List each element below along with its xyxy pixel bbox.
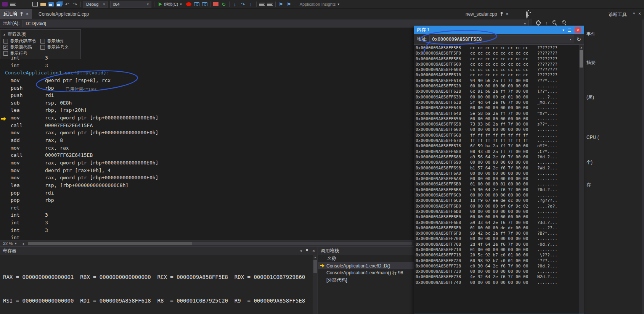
scroll-left-icon[interactable]: ◂ bbox=[20, 242, 26, 246]
step-into-icon[interactable]: ↓ bbox=[232, 1, 238, 8]
open-folder-icon[interactable] bbox=[40, 3, 46, 6]
view-option-checkbox[interactable]: 显示代码字节 bbox=[3, 38, 40, 44]
export-icon[interactable]: ↑ bbox=[545, 20, 548, 25]
memory-row[interactable]: 0x0000009A858FF6D0 00 00 00 00 bf 6f 9c … bbox=[416, 204, 578, 209]
memory-grid[interactable]: 0x0000009A858FF5E8 cc cc cc cc cc cc cc … bbox=[416, 45, 578, 314]
memory-row[interactable]: 0x0000009A858FF6F0 01 00 00 00 de dc 00 … bbox=[416, 225, 578, 231]
gallery-icon[interactable] bbox=[202, 2, 207, 6]
disassembly-line[interactable]: int 3 bbox=[0, 54, 414, 62]
memory-row[interactable]: 0x0000009A858FF600 cc cc cc cc cc cc cc … bbox=[416, 62, 578, 67]
disassembly-line[interactable]: int 3 bbox=[0, 62, 414, 69]
disassembly-line[interactable]: int bbox=[0, 234, 414, 240]
tab-disassembly[interactable]: 反汇编 × bbox=[0, 9, 32, 19]
registers-content[interactable]: RAX = 0000000000000001 RBX = 00000000000… bbox=[0, 255, 318, 314]
memory-row[interactable]: 0x0000009A858FF730 00 00 00 00 00 00 00 … bbox=[416, 269, 578, 274]
view-option-checkbox[interactable]: 显示符号名 bbox=[40, 44, 77, 50]
memory-row[interactable]: 0x0000009A858FF610 cc cc cc cc cc cc cc … bbox=[416, 72, 578, 78]
disassembly-editor[interactable]: ▴ 查看选项 显示代码字节 显示地址 bbox=[0, 28, 414, 240]
checkbox-box[interactable] bbox=[40, 39, 45, 43]
close-icon[interactable]: × bbox=[312, 249, 315, 253]
tab-new-scalar-cpp[interactable]: new_scalar.cpp × bbox=[462, 9, 512, 19]
memory-row[interactable]: 0x0000009A858FF668 ff ff ff ff ff ff ff … bbox=[416, 133, 578, 138]
close-icon[interactable]: × bbox=[26, 12, 29, 16]
disassembly-line[interactable]: pop rbp bbox=[0, 196, 414, 204]
memory-row[interactable]: 0x0000009A858FF670 ff ff ff ff ff ff ff … bbox=[416, 138, 578, 143]
registers-scrollbar[interactable]: ▴ bbox=[313, 255, 318, 314]
disassembly-line[interactable]: push rdi bbox=[0, 92, 414, 99]
disassembly-line[interactable]: ConsoleApplication1.exe!D::D(void): bbox=[0, 69, 414, 77]
pin-icon[interactable] bbox=[305, 249, 309, 253]
disassembly-line[interactable]: mov dword ptr [rax+10h], 4 bbox=[0, 167, 414, 174]
disassembly-line[interactable]: mov rcx, qword ptr [rbp+00000000000000E0… bbox=[0, 114, 414, 122]
callstack-frame[interactable]: ConsoleApplication1.exe!D::D() bbox=[318, 262, 414, 269]
disassembly-line[interactable]: add rax, 8 bbox=[0, 137, 414, 144]
memory-row[interactable]: 0x0000009A858FF688 a9 56 64 2e f6 7f 00 … bbox=[416, 155, 578, 160]
settings-gear-icon[interactable] bbox=[536, 21, 541, 25]
registers-titlebar[interactable]: 寄存器 ▾ × bbox=[0, 247, 318, 255]
close-icon[interactable]: × bbox=[506, 12, 509, 16]
step-out-icon[interactable]: ↑ bbox=[248, 1, 254, 8]
redo-icon[interactable]: ↷ bbox=[72, 1, 78, 8]
memory-row[interactable]: 0x0000009A858FF630 00 00 00 00 c0 01 00 … bbox=[416, 95, 578, 100]
memory-row[interactable]: 0x0000009A858FF710 01 00 00 00 00 00 00 … bbox=[416, 247, 578, 253]
maximize-icon[interactable] bbox=[568, 29, 571, 32]
scrollbar-thumb[interactable] bbox=[313, 260, 317, 273]
disassembly-line[interactable]: mov qword ptr [rsp+8], rcx bbox=[0, 77, 414, 84]
memory-row[interactable]: 0x0000009A858FF660 00 00 00 00 00 00 00 … bbox=[416, 127, 578, 132]
disassembly-line[interactable]: call 00007FF62E6415FA bbox=[0, 122, 414, 129]
memory-row[interactable]: 0x0000009A858FF620 00 00 00 00 00 00 00 … bbox=[416, 84, 578, 89]
checkbox-box[interactable] bbox=[40, 45, 45, 50]
memory-row[interactable]: 0x0000009A858FF6B8 c9 30 64 2e f6 7f 00 … bbox=[416, 187, 578, 193]
restart-button[interactable]: ↻ bbox=[221, 1, 226, 8]
application-insights-dropdown[interactable]: Application Insights ▾ bbox=[300, 2, 339, 6]
editor-group-gear-icon[interactable] bbox=[526, 11, 528, 19]
callstack-column-header[interactable]: 名称 bbox=[318, 255, 414, 262]
new-file-icon[interactable] bbox=[32, 2, 38, 6]
memory-row[interactable]: 0x0000009A858FF640 00 00 00 00 00 00 00 … bbox=[416, 105, 578, 111]
outline-icon[interactable] bbox=[267, 3, 273, 6]
memory-row[interactable]: 0x0000009A858FF6E8 a9 33 64 2e f6 7f 00 … bbox=[416, 220, 578, 225]
view-option-checkbox[interactable]: 显示源代码 bbox=[3, 44, 40, 50]
disassembly-line[interactable]: pop rdi bbox=[0, 189, 414, 197]
memory-row[interactable]: 0x0000009A858FF678 6f 59 ba 2a ff 7f 00 … bbox=[416, 143, 578, 149]
memory-row[interactable]: 0x0000009A858FF658 73 93 b6 2a ff 7f 00 … bbox=[416, 122, 578, 127]
memory-row[interactable]: 0x0000009A858FF6A0 00 00 00 00 00 00 00 … bbox=[416, 171, 578, 176]
memory-row[interactable]: 0x0000009A858FF6D8 00 00 00 00 00 00 00 … bbox=[416, 209, 578, 214]
memory-row[interactable]: 0x0000009A858FF628 6c 91 b6 2a ff 7f 00 … bbox=[416, 89, 578, 94]
disassembly-line[interactable]: push rbp bbox=[0, 84, 414, 92]
breakpoint-icon[interactable] bbox=[186, 2, 191, 6]
screenshot-icon[interactable] bbox=[194, 2, 199, 6]
disassembly-line[interactable]: mov rcx, rax bbox=[0, 144, 414, 152]
memory-row[interactable]: 0x0000009A858FF6B0 01 00 00 00 01 00 00 … bbox=[416, 182, 578, 187]
disassembly-line[interactable]: lea rbp, [rsp+20h] bbox=[0, 106, 414, 114]
disassembly-line[interactable]: mov rax, qword ptr [rbp+00000000000000E0… bbox=[0, 159, 414, 167]
disassembly-line[interactable]: int 3 bbox=[0, 219, 414, 227]
disassembly-line[interactable]: int 3 bbox=[0, 211, 414, 219]
disassembly-code[interactable]: int 3 int 3 ConsoleApplication1.exe!D::D… bbox=[0, 54, 414, 240]
memory-row[interactable]: 0x0000009A858FF5F0 cc cc cc cc cc cc cc … bbox=[416, 51, 578, 56]
memory-row[interactable]: 0x0000009A858FF718 20 5c 92 b7 c0 01 00 … bbox=[416, 253, 578, 258]
callstack-titlebar[interactable]: 调用堆栈 bbox=[318, 247, 414, 255]
disassembly-line[interactable]: ret bbox=[0, 204, 414, 212]
zoom-out-icon[interactable]: − bbox=[562, 20, 567, 25]
memory-row[interactable]: 0x0000009A858FF680 08 43 d0 2a ff 7f 00 … bbox=[416, 149, 578, 155]
disassembly-line[interactable]: int 3 bbox=[0, 227, 414, 234]
memory-row[interactable]: 0x0000009A858FF608 cc cc cc cc cc cc cc … bbox=[416, 67, 578, 72]
memory-row[interactable]: 0x0000009A858FF6A8 00 00 00 00 00 00 00 … bbox=[416, 176, 578, 182]
zoom-control[interactable]: 32 % ▾ bbox=[0, 240, 20, 246]
memory-row[interactable]: 0x0000009A858FF728 e0 30 64 2e f6 7f 00 … bbox=[416, 264, 578, 269]
tab-consoleapplication1-cpp[interactable]: ConsoleApplication1.cpp bbox=[35, 9, 92, 19]
memory-row[interactable]: 0x0000009A858FF6F8 99 42 bc 2a ff 7f 00 … bbox=[416, 231, 578, 236]
step-over-icon[interactable]: ↷ bbox=[240, 1, 246, 8]
memory-row[interactable]: 0x0000009A858FF738 4e 32 64 2e f6 7f 00 … bbox=[416, 274, 578, 280]
memory-row[interactable]: 0x0000009A858FF740 00 00 00 00 00 00 00 … bbox=[416, 280, 578, 285]
memory-row[interactable]: 0x0000009A858FF650 00 00 00 00 00 00 00 … bbox=[416, 116, 578, 122]
checkbox-box[interactable] bbox=[3, 39, 8, 43]
pin-icon[interactable] bbox=[500, 12, 503, 16]
callstack-frame[interactable]: ConsoleApplication1.exe!main() 行 98 bbox=[318, 269, 414, 277]
save-all-icon[interactable] bbox=[56, 2, 62, 6]
stop-debug-button[interactable] bbox=[213, 2, 218, 6]
bookmark-flag-icon[interactable]: ⚑ bbox=[278, 1, 284, 8]
close-icon[interactable]: × bbox=[575, 27, 581, 33]
save-icon[interactable] bbox=[48, 2, 54, 6]
